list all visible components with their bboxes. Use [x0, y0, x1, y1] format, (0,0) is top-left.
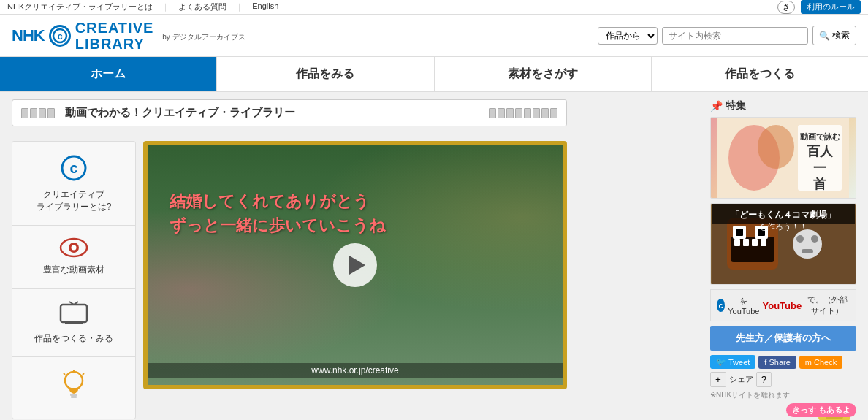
top-bar-right: き 利用のルール [777, 0, 861, 14]
svg-point-36 [793, 229, 822, 259]
svg-point-11 [65, 372, 83, 389]
sidebar-create[interactable]: 作品をつくる・みる [12, 289, 135, 357]
svg-text:首: 首 [813, 177, 827, 191]
svg-line-16 [83, 373, 84, 375]
video-title-bar: 動画でわかる！クリエイティブ・ライブラリー [12, 99, 703, 132]
tweet-button[interactable]: 🐦 Tweet [710, 355, 755, 369]
about-link[interactable]: NHKクリエイティブ・ライブラリーとは [7, 1, 153, 12]
nav-create[interactable]: 作品をつくる [652, 57, 868, 91]
svg-rect-8 [65, 322, 83, 324]
svg-rect-12 [70, 394, 77, 396]
nav-browse[interactable]: 作品をみる [217, 57, 434, 91]
sidebar-about[interactable]: c クリエイティブライブラリーとは? [12, 142, 135, 226]
feature-card-domo[interactable]: 「どーもくん４コマ劇場」 を作ろう！！ [710, 203, 856, 285]
share-plus-btn[interactable]: + [710, 372, 726, 387]
english-link[interactable]: English [252, 1, 278, 12]
check-button[interactable]: m Check [799, 356, 842, 369]
tv-icon [58, 300, 90, 327]
video-text-line1: 結婚してくれてありがとう [170, 189, 386, 213]
play-button[interactable] [333, 243, 377, 287]
logo-library: LIBRARY [75, 36, 154, 52]
filmstrip-left [21, 108, 55, 118]
video-text-line2: ずっと一緒に歩いていこうね [170, 213, 386, 237]
sidebar-about-label: クリエイティブライブラリーとは? [37, 188, 112, 213]
share-question-btn[interactable]: ? [756, 372, 772, 387]
svg-rect-33 [743, 239, 749, 246]
search-input[interactable] [662, 27, 808, 45]
svg-text:一: 一 [813, 161, 826, 175]
search-icon: 🔍 [819, 31, 830, 41]
logo-text-block: CREATIVE LIBRARY [75, 20, 154, 52]
svg-rect-34 [752, 239, 758, 246]
svg-point-38 [811, 235, 818, 243]
logo[interactable]: NHK c CREATIVE LIBRARY by デジタルアーカイブス [12, 20, 245, 52]
c-logo-icon: c [59, 153, 88, 183]
fb-label: Share [769, 358, 790, 367]
svg-rect-30 [736, 229, 743, 236]
lightbulb-icon [61, 369, 87, 401]
youtube-text-after: で。（外部サイト） [804, 294, 850, 316]
pin-icon: 📌 [710, 100, 723, 112]
c-icon-yt: c [717, 299, 725, 312]
feature-card-2-image: 「どーもくん４コマ劇場」 を作ろう！！ [711, 204, 856, 284]
share-label: シェア [729, 374, 753, 385]
sidebar-create-label: 作品をつくる・みる [34, 332, 113, 345]
nhk-note: ※NHKサイトを離れます [710, 390, 856, 400]
sidebar-idea[interactable] [12, 357, 135, 419]
main-nav: ホーム 作品をみる 素材をさがす 作品をつくる [0, 57, 868, 92]
top-bar: NHKクリエイティブ・ライブラリーとは ｜ よくある質問 ｜ English き… [0, 0, 868, 15]
search-area: 作品から 素材から 🔍 検索 [598, 26, 856, 45]
nav-home[interactable]: ホーム [0, 57, 217, 91]
card2-bg: 「どーもくん４コマ劇場」 を作ろう！！ [711, 204, 856, 284]
svg-point-37 [796, 235, 804, 243]
svg-text:を作ろう！！: を作ろう！！ [759, 222, 807, 232]
check-label: Check [814, 358, 837, 367]
sensei-label: 先生方／保護者の方へ [736, 332, 831, 343]
social-bar: 🐦 Tweet f Share m Check [710, 355, 856, 369]
video-title-container: 動画でわかる！クリエイティブ・ライブラリー [12, 99, 567, 126]
svg-point-6 [72, 245, 77, 250]
youtube-text-before: をYouTube [728, 296, 759, 316]
nav-search[interactable]: 素材をさがす [435, 57, 652, 91]
content-area: c クリエイティブライブラリーとは? [12, 141, 703, 419]
svg-text:百人: 百人 [807, 144, 834, 159]
facebook-button[interactable]: f Share [758, 356, 796, 369]
youtube-bar[interactable]: c をYouTube YouTube で。（外部サイト） [710, 289, 856, 321]
svg-text:「どーもくん４コマ劇場」: 「どーもくん４コマ劇場」 [731, 210, 836, 220]
kissu-badge[interactable]: きっす もあるよ [786, 403, 856, 417]
header: NHK c CREATIVE LIBRARY by デジタルアーカイブス 作品か… [0, 15, 868, 57]
video-url-text: www.nhk.or.jp/creative [148, 363, 563, 378]
section-title-text: 特集 [726, 99, 746, 112]
kissu-btn[interactable]: き [777, 1, 795, 14]
card2-art: 「どーもくん４コマ劇場」 を作ろう！！ [712, 204, 855, 284]
sidebar: c クリエイティブライブラリーとは? [12, 141, 136, 419]
feature-card-1-image: 動画で詠む 百人 一 首 [711, 118, 856, 198]
svg-text:c: c [57, 31, 62, 42]
card1-bg: 動画で詠む 百人 一 首 [711, 118, 856, 198]
logo-creative: CREATIVE [75, 20, 154, 36]
youtube-logo: YouTube [762, 300, 802, 311]
sensei-bar[interactable]: 先生方／保護者の方へ [710, 326, 856, 351]
tweet-label: Tweet [728, 358, 750, 367]
search-button[interactable]: 🔍 検索 [812, 26, 856, 45]
top-bar-links: NHKクリエイティブ・ライブラリーとは ｜ よくある質問 ｜ English [7, 1, 278, 12]
feature-card-hyakunin[interactable]: 動画で詠む 百人 一 首 [710, 117, 856, 199]
video-title-text: 動画でわかる！クリエイティブ・ライブラリー [65, 106, 295, 120]
svg-rect-32 [734, 239, 740, 246]
svg-text:動画で詠む: 動画で詠む [800, 132, 840, 141]
svg-rect-7 [61, 305, 87, 322]
eye-icon [59, 237, 88, 258]
sidebar-materials-label: 豊富な動画素材 [43, 264, 104, 276]
rules-btn[interactable]: 利用のルール [801, 0, 861, 14]
faq-link[interactable]: よくある質問 [178, 1, 226, 12]
video-player[interactable]: 結婚してくれてありがとう ずっと一緒に歩いていこうね www.nhk.or.jp… [143, 141, 567, 389]
check-icon: m [805, 358, 812, 367]
search-btn-label: 検索 [832, 29, 850, 42]
card1-art: 動画で詠む 百人 一 首 [717, 118, 849, 198]
filmstrip-right [489, 108, 557, 118]
nhk-logo-text: NHK [12, 26, 45, 45]
svg-point-19 [758, 125, 794, 169]
sidebar-materials[interactable]: 豊富な動画素材 [12, 226, 135, 289]
svg-line-15 [64, 373, 65, 375]
search-type-dropdown[interactable]: 作品から 素材から [598, 27, 658, 45]
